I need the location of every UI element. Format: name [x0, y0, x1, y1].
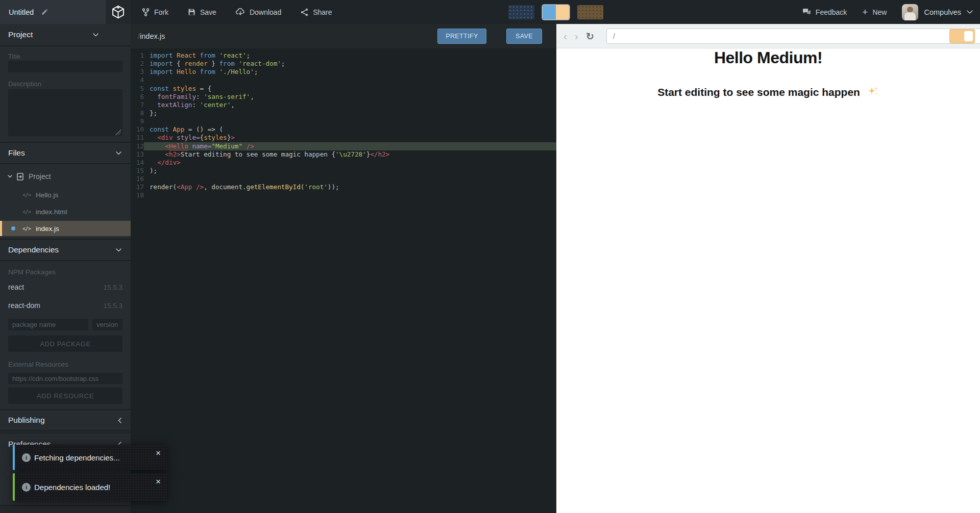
save-icon [188, 8, 195, 16]
section-header-project[interactable]: Project [0, 24, 131, 46]
sparkles-icon [867, 85, 879, 100]
code-line[interactable]: 1import React from 'react'; [131, 52, 556, 60]
package-name: react [8, 283, 24, 291]
external-resource-input[interactable] [8, 373, 122, 384]
package-version-input[interactable] [92, 319, 122, 330]
layout-editor-only-button[interactable] [508, 5, 534, 19]
project-section-title: Project [8, 30, 33, 39]
code-line[interactable]: 16 [131, 175, 556, 183]
sidebar: Project Title Description Files Project … [0, 24, 131, 513]
section-header-files[interactable]: Files [0, 142, 131, 164]
line-number: 2 [131, 60, 144, 68]
toast-message: Dependencies loaded! [34, 483, 110, 492]
code-line[interactable]: 2import { render } from 'react-dom'; [131, 60, 556, 68]
feedback-button[interactable]: Feedback [802, 8, 847, 16]
file-item-hello-js[interactable]: </> Hello.js [0, 187, 131, 202]
code-line[interactable]: 7 textAlign: 'center', [131, 101, 556, 109]
code-line[interactable]: 8}; [131, 109, 556, 117]
save-button[interactable]: Save [188, 8, 216, 16]
code-line[interactable]: 17render(<App />, document.getElementByI… [131, 183, 556, 191]
chevron-down-icon [8, 175, 12, 178]
code-lines[interactable]: 1import React from 'react';2import { ren… [131, 48, 556, 200]
chevron-down-icon [967, 10, 973, 14]
package-version: 15.5.3 [103, 302, 122, 310]
file-name: index.js [36, 225, 59, 233]
chevron-left-icon [118, 418, 121, 423]
unsaved-indicator-dot [11, 226, 15, 230]
code-line[interactable]: 14 </div> [131, 159, 556, 167]
add-resource-button[interactable]: ADD RESOURCE [8, 388, 122, 404]
close-icon[interactable]: × [156, 477, 161, 486]
user-menu[interactable]: Compulves [902, 4, 973, 20]
file-item-index-js-selected[interactable]: </> index.js [0, 221, 131, 236]
layout-toggle-group [508, 5, 603, 19]
app-logo[interactable] [106, 0, 131, 24]
forward-icon[interactable]: › [575, 24, 578, 48]
save-label: Save [200, 8, 216, 16]
refresh-icon[interactable]: ↻ [586, 24, 594, 48]
close-icon[interactable]: × [156, 449, 161, 457]
line-number: 16 [131, 175, 144, 183]
project-folder-icon [17, 173, 23, 181]
line-number: 11 [131, 134, 144, 142]
bin-title-block[interactable]: Untitled [0, 0, 106, 24]
download-label: Download [250, 8, 281, 16]
line-number: 9 [131, 117, 144, 125]
file-name: index.html [36, 208, 67, 216]
file-item-index-html[interactable]: </> index.html [0, 204, 131, 219]
open-file-tab[interactable]: /index.js [138, 24, 165, 48]
section-header-dependencies[interactable]: Dependencies [0, 239, 131, 261]
edit-title-icon[interactable] [41, 8, 48, 16]
file-tree-root[interactable]: Project [0, 169, 131, 184]
share-button[interactable]: Share [301, 8, 332, 16]
username: Compulves [924, 8, 961, 16]
code-line[interactable]: 3import Hello from './Hello'; [131, 68, 556, 76]
info-icon: i [22, 453, 31, 462]
new-bin-button[interactable]: + New [862, 7, 887, 17]
file-name: Hello.js [36, 191, 58, 199]
layout-split-button[interactable] [543, 5, 569, 19]
chevron-down-icon [116, 151, 121, 155]
title-input[interactable] [8, 61, 122, 72]
code-file-icon: </> [22, 192, 31, 198]
package-name-input[interactable] [8, 319, 88, 330]
preview-browser-bar: ‹ › ↻ [556, 24, 980, 48]
files-section-title: Files [8, 148, 25, 158]
share-label: Share [313, 8, 332, 16]
back-icon[interactable]: ‹ [564, 24, 567, 48]
editor-save-button[interactable]: SAVE [506, 29, 542, 44]
code-line[interactable]: 15); [131, 167, 556, 175]
feedback-label: Feedback [816, 8, 847, 16]
fork-button[interactable]: Fork [142, 8, 168, 16]
section-header-publishing[interactable]: Publishing [0, 409, 131, 431]
fork-icon [142, 8, 150, 16]
npm-packages-label: NPM Packages [8, 268, 56, 276]
code-line[interactable]: 11 <div style={styles}> [131, 134, 556, 142]
code-line[interactable]: 13 <h2>Start editing to see some magic h… [131, 150, 556, 159]
add-package-button[interactable]: ADD PACKAGE [8, 336, 122, 352]
code-line[interactable]: 5const styles = { [131, 85, 556, 93]
preview-toggle-switch[interactable] [949, 29, 975, 43]
line-number: 15 [131, 167, 144, 175]
preview-url-input[interactable] [606, 29, 980, 44]
code-line[interactable]: 4 [131, 76, 556, 84]
line-number: 5 [131, 85, 144, 93]
dependency-row: react 15.5.3 [8, 283, 122, 291]
toast-dependencies-loaded: i Dependencies loaded! × [13, 473, 167, 501]
code-line[interactable]: 18 [131, 191, 556, 199]
code-line[interactable]: 10const App = () => ( [131, 125, 556, 134]
download-button[interactable]: Download [236, 8, 281, 16]
code-line[interactable]: 6 fontFamily: 'sans-serif', [131, 93, 556, 101]
share-icon [301, 8, 308, 16]
code-line[interactable]: 12 <Hello name="Medium" /> [131, 142, 556, 150]
layout-preview-only-button[interactable] [577, 5, 603, 19]
cube-logo-icon [111, 5, 126, 19]
chevron-down-icon [93, 33, 121, 37]
prettify-button[interactable]: PRETTIFY [437, 29, 486, 44]
dependency-row: react-dom 15.5.3 [8, 301, 122, 310]
preview-subheading-text: Start editing to see some magic happen [657, 86, 860, 98]
code-line[interactable]: 9 [131, 117, 556, 125]
top-toolbar: Fork Save Download Share [142, 0, 332, 24]
top-bar: Untitled Fork Save [0, 0, 980, 24]
description-textarea[interactable] [8, 89, 122, 136]
